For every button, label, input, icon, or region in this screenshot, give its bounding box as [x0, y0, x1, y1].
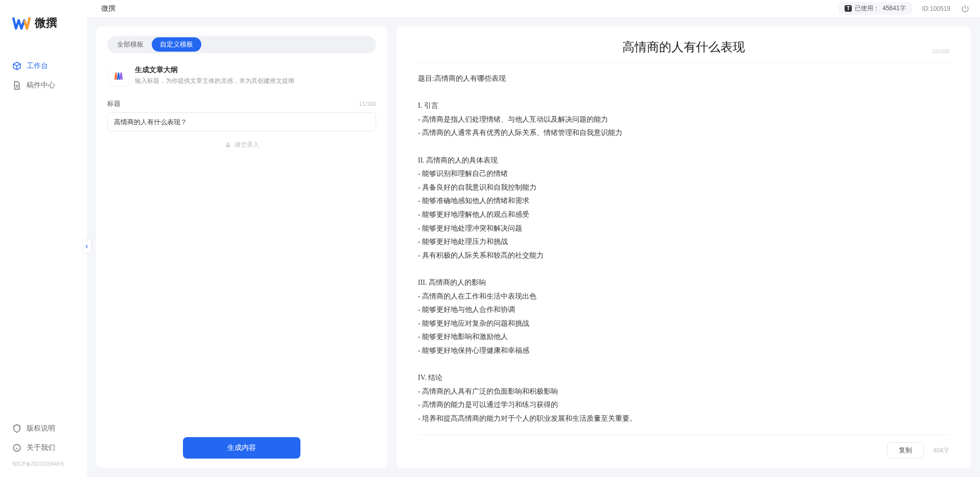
sidebar-item-label: 稿件中心: [27, 81, 55, 90]
template-info: 生成文章大纲 输入标题，为你提供文章主体的灵感，并为其创建推文提纲: [135, 65, 294, 86]
cube-icon: [12, 61, 21, 71]
svg-rect-1: [227, 142, 229, 146]
input-panel: 全部模板 自定义模板 生成文章大纲 输入标题，为你提供文章主体的灵感，并为其创建…: [96, 27, 387, 468]
user-id: ID:100519: [922, 5, 950, 12]
output-footer: 复制 404字: [418, 435, 949, 459]
sidebar-item-copyright[interactable]: 版权说明: [0, 419, 87, 438]
sidebar-item-label: 关于我们: [27, 443, 55, 452]
usage-value: 45641字: [882, 4, 905, 13]
sidebar-item-label: 工作台: [27, 61, 48, 71]
copy-button[interactable]: 复制: [887, 442, 924, 459]
field-counter: 11/100: [359, 101, 376, 107]
usage-badge: T: [845, 5, 852, 12]
sidebar-item-label: 版权说明: [27, 424, 55, 433]
logo-mark-icon: [12, 15, 31, 31]
document-icon: [12, 81, 21, 90]
sidebar-item-workspace[interactable]: 工作台: [0, 56, 87, 76]
template-card: 生成文章大纲 输入标题，为你提供文章主体的灵感，并为其创建推文提纲: [107, 62, 376, 95]
sidebar-bottom: 版权说明 关于我们 鄂ICP备2022016946号: [0, 419, 87, 477]
output-title-counter: 10/100: [932, 48, 949, 54]
shield-icon: [12, 424, 21, 433]
topbar-right: T 已使用： 45641字 ID:100519: [838, 2, 970, 15]
word-count: 404字: [933, 446, 949, 455]
sidebar-collapse-handle[interactable]: [83, 240, 91, 253]
sidebar-nav: 工作台 稿件中心: [0, 56, 87, 419]
main-area: 微撰 T 已使用： 45641字 ID:100519 全部模板: [87, 0, 980, 477]
template-title: 生成文章大纲: [135, 65, 294, 75]
field-label: 标题: [107, 99, 121, 108]
template-icon: [108, 65, 129, 86]
topbar: 微撰 T 已使用： 45641字 ID:100519: [87, 0, 980, 17]
icp-text: 鄂ICP备2022016946号: [0, 458, 87, 472]
sidebar-item-about[interactable]: 关于我们: [0, 438, 87, 458]
title-input[interactable]: [107, 112, 376, 131]
template-tabs: 全部模板 自定义模板: [107, 36, 376, 53]
power-icon[interactable]: [961, 4, 970, 13]
generate-button[interactable]: 生成内容: [183, 437, 300, 459]
input-panel-footer: 生成内容: [107, 427, 376, 459]
output-title: 高情商的人有什么表现: [418, 39, 949, 55]
logo-text: 微撰: [35, 15, 57, 31]
content: 全部模板 自定义模板 生成文章大纲 输入标题，为你提供文章主体的灵感，并为其创建…: [87, 17, 980, 477]
output-panel: 高情商的人有什么表现 10/100 题目:高情商的人有哪些表现 I. 引言 - …: [396, 27, 971, 468]
chevron-left-icon: [84, 244, 89, 249]
output-header: 高情商的人有什么表现 10/100: [418, 39, 949, 63]
app-root: 微撰 工作台 稿件中心 版权说明: [0, 0, 980, 477]
page-title: 微撰: [97, 4, 115, 13]
sidebar: 微撰 工作台 稿件中心 版权说明: [0, 0, 87, 477]
template-desc: 输入标题，为你提供文章主体的灵感，并为其创建推文提纲: [135, 77, 294, 85]
microphone-icon: [224, 142, 231, 149]
usage-indicator: T 已使用： 45641字: [838, 2, 912, 15]
logo: 微撰: [0, 15, 87, 56]
voice-input-hint[interactable]: 请空录入: [107, 141, 376, 149]
field-label-row: 标题 11/100: [107, 99, 376, 108]
sidebar-item-drafts[interactable]: 稿件中心: [0, 76, 87, 95]
output-body[interactable]: 题目:高情商的人有哪些表现 I. 引言 - 高情商是指人们处理情绪、与他人互动以…: [418, 72, 949, 435]
tab-custom-templates[interactable]: 自定义模板: [152, 37, 201, 52]
tab-all-templates[interactable]: 全部模板: [109, 37, 152, 52]
usage-label: 已使用：: [855, 4, 879, 13]
info-icon: [12, 443, 21, 452]
